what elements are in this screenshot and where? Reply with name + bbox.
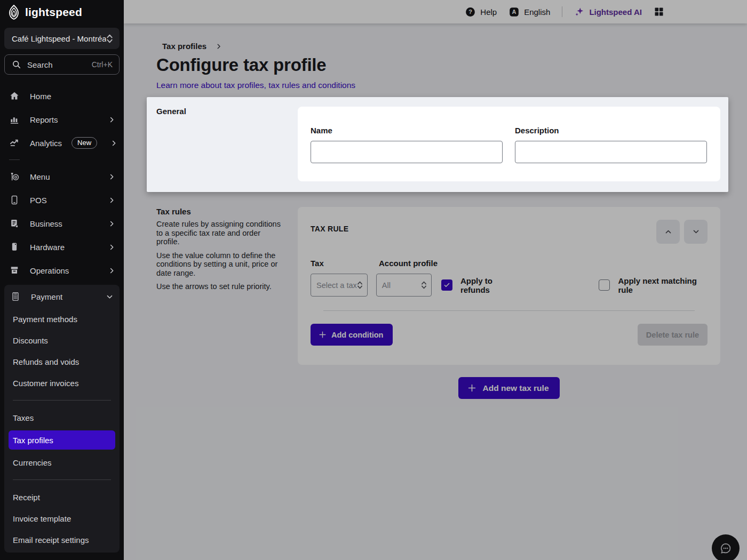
description-label: Description (515, 126, 707, 135)
search-shortcut: Ctrl+K (92, 60, 113, 69)
sidebar-item-reports[interactable]: Reports (0, 108, 124, 131)
spotlight-dim-overlay (124, 0, 747, 560)
sidebar-item-payment[interactable]: Payment (4, 285, 120, 308)
pos-tablet-icon (9, 194, 20, 206)
sidebar-item-label: Reports (30, 115, 98, 124)
description-field[interactable] (515, 141, 707, 163)
sidebar-item-currencies[interactable]: Currencies (4, 452, 120, 473)
sidebar-item-label: Menu (30, 172, 98, 181)
search-placeholder: Search (27, 60, 86, 69)
sidebar-item-payment-methods[interactable]: Payment methods (4, 308, 120, 330)
business-icon (9, 218, 20, 229)
sidebar-item-receipt[interactable]: Receipt (4, 486, 120, 508)
general-heading: General (156, 107, 298, 192)
chevron-down-icon (106, 292, 114, 301)
sidebar-item-label: POS (30, 196, 98, 205)
chevron-right-icon (108, 266, 116, 275)
app-window: lightspeed Café Lightspeed - Montréal Se… (0, 0, 747, 560)
name-label: Name (311, 126, 503, 135)
sidebar-item-label: Business (30, 219, 98, 228)
sidebar-item-home[interactable]: Home (0, 84, 124, 108)
chevron-right-icon (108, 196, 116, 204)
sidebar-item-label: Hardware (30, 243, 98, 252)
sidebar-item-hardware[interactable]: Hardware (0, 235, 124, 259)
home-icon (9, 90, 20, 102)
brand-logo[interactable]: lightspeed (0, 0, 124, 24)
sidebar-item-business[interactable]: Business (0, 212, 124, 235)
chevron-right-icon (108, 115, 116, 124)
name-field[interactable] (311, 141, 503, 163)
updown-icon (106, 34, 113, 44)
sidebar-item-invoice-template[interactable]: Invoice template (4, 508, 120, 529)
sidebar-divider (9, 159, 20, 160)
sidebar-item-taxes[interactable]: Taxes (4, 407, 120, 428)
sidebar-item-analytics[interactable]: Analytics New (0, 131, 124, 155)
sidebar: lightspeed Café Lightspeed - Montréal Se… (0, 0, 124, 560)
search-input[interactable]: Search Ctrl+K (4, 54, 120, 75)
chevron-right-icon (110, 139, 118, 147)
location-selector[interactable]: Café Lightspeed - Montréal (4, 28, 120, 49)
sidebar-item-discounts[interactable]: Discounts (4, 330, 120, 351)
sidebar-item-label: Operations (30, 266, 98, 275)
lightspeed-flame-icon (7, 5, 20, 20)
sidebar-item-pos[interactable]: POS (0, 188, 124, 212)
sidebar-sub-divider (13, 400, 111, 401)
sidebar-item-menu[interactable]: Menu (0, 165, 124, 188)
sidebar-item-email-receipt-settings[interactable]: Email receipt settings (4, 529, 120, 550)
sidebar-item-label: Home (30, 92, 116, 101)
analytics-icon (9, 137, 20, 149)
new-badge: New (71, 137, 97, 149)
sidebar-sub-divider (13, 479, 111, 480)
sidebar-item-label: Payment (31, 292, 96, 301)
reports-icon (9, 114, 20, 125)
operations-box-icon (9, 265, 20, 276)
search-icon (11, 59, 22, 70)
sidebar-item-label: Analytics (30, 139, 62, 148)
sidebar-item-operations[interactable]: Operations (0, 259, 124, 282)
sidebar-nav: Home Reports Analytics New (0, 84, 124, 553)
sidebar-item-tax-profiles-selected[interactable]: Tax profiles (9, 430, 115, 450)
menu-dining-icon (9, 171, 20, 182)
brand-name: lightspeed (25, 6, 82, 19)
general-card: Name Description (298, 107, 720, 181)
sidebar-item-refunds-and-voids[interactable]: Refunds and voids (4, 351, 120, 372)
hardware-device-icon (9, 241, 20, 253)
sidebar-item-customer-invoices[interactable]: Customer invoices (4, 372, 120, 394)
location-label: Café Lightspeed - Montréal (12, 34, 106, 43)
chevron-right-icon (108, 243, 116, 251)
general-section: General Name Description (147, 97, 728, 192)
payment-calculator-icon (10, 291, 21, 302)
chevron-right-icon (108, 219, 116, 228)
chevron-right-icon (108, 172, 116, 181)
main-area: ? Help A English Lightspeed AI (124, 0, 747, 560)
payment-group: Payment Payment methods Discounts Refund… (4, 285, 120, 553)
